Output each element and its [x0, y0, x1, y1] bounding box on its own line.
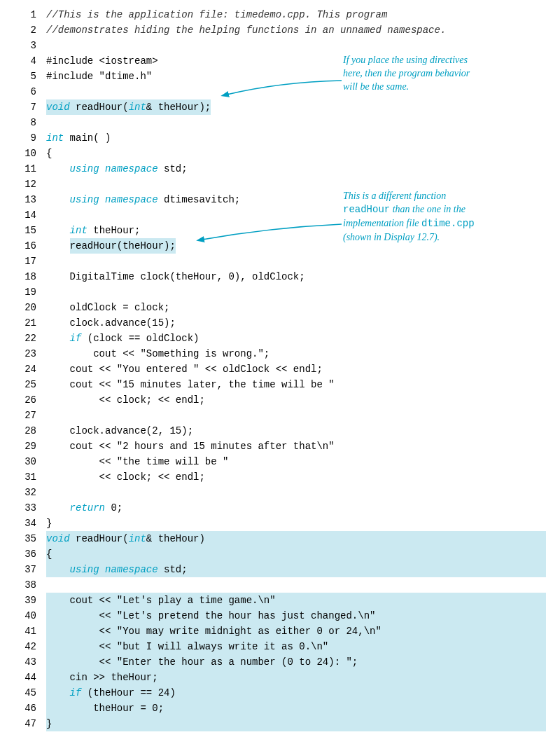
code-text: return 0; [46, 500, 546, 516]
code-line: 47} [14, 716, 546, 731]
line-number: 27 [14, 408, 46, 423]
line-number: 6 [14, 84, 46, 99]
code-line: 7void readHour(int& theHour); [14, 99, 546, 115]
line-number: 36 [14, 546, 46, 562]
code-text: int main( ) [46, 130, 546, 146]
code-inline: dtime.cpp [421, 218, 475, 229]
line-number: 17 [14, 254, 46, 269]
code-text: cout << "You entered " << oldClock << en… [46, 361, 546, 377]
line-number: 39 [14, 593, 46, 608]
line-number: 30 [14, 454, 46, 469]
code-line: 18 DigitalTime clock(theHour, 0), oldClo… [14, 269, 546, 284]
code-line: 33 return 0; [14, 500, 546, 516]
annotation-text: If you place the using directives [343, 53, 539, 67]
code-line: 22 if (clock == oldClock) [14, 331, 546, 346]
code-line: 35void readHour(int& theHour) [14, 531, 546, 546]
line-number: 11 [14, 161, 46, 177]
line-number: 32 [14, 485, 46, 500]
code-text: if (clock == oldClock) [46, 331, 546, 346]
code-text: if (theHour == 24) [46, 685, 546, 701]
line-number: 19 [14, 284, 46, 300]
code-text: cout << "15 minutes later, the time will… [46, 377, 546, 392]
code-text: cout << "Something is wrong."; [46, 346, 546, 361]
code-text: //This is the application file: timedemo… [46, 7, 546, 22]
line-number: 14 [14, 207, 46, 223]
code-line: 38 [14, 577, 546, 593]
code-line: 3 [14, 38, 546, 53]
code-text: clock.advance(2, 15); [46, 423, 546, 439]
code-line: 2//demonstrates hiding the helping funct… [14, 22, 546, 38]
code-line: 43 << "Enter the hour as a number (0 to … [14, 654, 546, 670]
code-text: using namespace std; [46, 161, 546, 177]
annotation-text: (shown in Display 12.7). [343, 230, 539, 244]
line-number: 12 [14, 177, 46, 192]
code-text: using namespace std; [46, 562, 546, 577]
code-line: 9int main( ) [14, 130, 546, 146]
line-number: 33 [14, 500, 46, 516]
code-text: { [46, 146, 546, 161]
code-line: 42 << "but I will always write it as 0.\… [14, 639, 546, 654]
line-number: 31 [14, 469, 46, 485]
line-number: 10 [14, 146, 46, 161]
annotation-text: readHour than the one in the [343, 202, 539, 216]
code-text: //demonstrates hiding the helping functi… [46, 22, 546, 38]
line-number: 25 [14, 377, 46, 392]
code-text: { [46, 546, 546, 562]
code-listing-page: 1//This is the application file: timedem… [0, 0, 560, 745]
line-number: 26 [14, 392, 46, 408]
annotation-text: implementation file dtime.cpp [343, 216, 539, 230]
line-number: 42 [14, 639, 46, 654]
annotation-readhour-function: This is a different function readHour th… [343, 189, 539, 244]
code-line: 17 [14, 254, 546, 269]
annotation-text: This is a different function [343, 189, 539, 202]
code-text: cout << "2 hours and 15 minutes after th… [46, 439, 546, 454]
code-line: 26 << clock; << endl; [14, 392, 546, 408]
code-text: << "the time will be " [46, 454, 546, 469]
code-line: 20 oldClock = clock; [14, 300, 546, 315]
code-inline: readHour [343, 204, 390, 215]
code-line: 31 << clock; << endl; [14, 469, 546, 485]
code-text: clock.advance(15); [46, 315, 546, 331]
code-line: 23 cout << "Something is wrong."; [14, 346, 546, 361]
line-number: 37 [14, 562, 46, 577]
annotation-text: here, then the program behavior [343, 67, 539, 80]
line-number: 35 [14, 531, 46, 546]
line-number: 22 [14, 331, 46, 346]
code-line: 37 using namespace std; [14, 562, 546, 577]
line-number: 4 [14, 53, 46, 69]
code-line: 29 cout << "2 hours and 15 minutes after… [14, 439, 546, 454]
code-line: 30 << "the time will be " [14, 454, 546, 469]
annotation-text: will be the same. [343, 80, 539, 93]
code-text: } [46, 716, 546, 731]
line-number: 46 [14, 701, 46, 716]
line-number: 7 [14, 99, 46, 115]
code-line: 41 << "You may write midnight as either … [14, 623, 546, 639]
code-text: cin >> theHour; [46, 670, 546, 685]
line-number: 2 [14, 22, 46, 38]
code-text: << clock; << endl; [46, 469, 546, 485]
code-text: DigitalTime clock(theHour, 0), oldClock; [46, 269, 546, 284]
line-number: 15 [14, 223, 46, 238]
code-line: 10{ [14, 146, 546, 161]
line-number: 24 [14, 361, 46, 377]
line-number: 40 [14, 608, 46, 623]
line-number: 18 [14, 269, 46, 284]
line-number: 45 [14, 685, 46, 701]
code-line: 45 if (theHour == 24) [14, 685, 546, 701]
code-line: 34} [14, 516, 546, 531]
line-number: 13 [14, 192, 46, 207]
code-text: void readHour(int& theHour); [46, 99, 546, 115]
code-line: 11 using namespace std; [14, 161, 546, 177]
line-number: 3 [14, 38, 46, 53]
code-text: } [46, 516, 546, 531]
code-line: 28 clock.advance(2, 15); [14, 423, 546, 439]
line-number: 5 [14, 69, 46, 84]
code-line: 19 [14, 284, 546, 300]
code-text: << "Let's pretend the hour has just chan… [46, 608, 546, 623]
code-text: theHour = 0; [46, 701, 546, 716]
line-number: 47 [14, 716, 46, 731]
code-line: 8 [14, 115, 546, 130]
line-number: 29 [14, 439, 46, 454]
code-line: 1//This is the application file: timedem… [14, 7, 546, 22]
line-number: 8 [14, 115, 46, 130]
